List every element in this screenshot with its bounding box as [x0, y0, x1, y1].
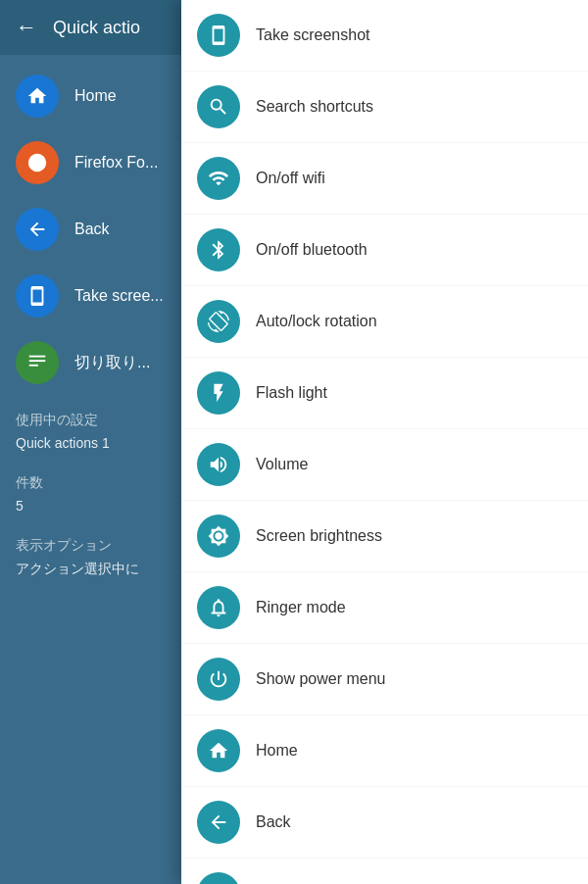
home-icon	[16, 74, 59, 118]
take-screenshot-icon	[197, 14, 240, 57]
svg-rect-1	[29, 356, 46, 358]
menu-item-flash-light[interactable]: Flash light	[181, 358, 588, 429]
menu-item-back[interactable]: Back	[181, 787, 588, 859]
menu-item-search-shortcuts[interactable]: Search shortcuts	[181, 72, 588, 143]
back-icon	[16, 208, 59, 251]
screen-brightness-icon	[197, 515, 240, 558]
svg-point-0	[28, 154, 46, 172]
back-menu-icon	[197, 801, 240, 844]
menu-item-ringer-mode[interactable]: Ringer mode	[181, 572, 588, 644]
menu-item-bluetooth[interactable]: On/off bluetooth	[181, 215, 588, 286]
svg-rect-2	[29, 360, 46, 362]
menu-label-take-screenshot: Take screenshot	[256, 26, 370, 44]
home-menu-icon	[197, 729, 240, 772]
volume-icon	[197, 443, 240, 486]
cut-icon	[16, 341, 59, 384]
flash-light-icon	[197, 371, 240, 415]
menu-item-take-screenshot[interactable]: Take screenshot	[181, 0, 588, 72]
menu-label-bluetooth: On/off bluetooth	[256, 241, 368, 259]
show-power-menu-icon	[197, 658, 240, 701]
menu-item-wifi[interactable]: On/off wifi	[181, 143, 588, 215]
menu-item-rotation[interactable]: Auto/lock rotation	[181, 286, 588, 358]
menu-item-home[interactable]: Home	[181, 715, 588, 787]
menu-label-screen-brightness: Screen brightness	[256, 527, 382, 545]
menu-label-home: Home	[256, 742, 298, 760]
menu-label-flash-light: Flash light	[256, 384, 327, 402]
menu-label-back: Back	[256, 813, 291, 831]
firefox-icon	[16, 141, 59, 184]
recent-button-icon	[197, 872, 240, 884]
menu-item-screen-brightness[interactable]: Screen brightness	[181, 501, 588, 572]
menu-label-search-shortcuts: Search shortcuts	[256, 98, 373, 116]
rotation-icon	[197, 300, 240, 343]
back-arrow-icon[interactable]: ←	[16, 15, 37, 40]
ringer-mode-icon	[197, 586, 240, 629]
menu-item-volume[interactable]: Volume	[181, 429, 588, 501]
dropdown-menu: Take screenshot Search shortcuts On/off …	[181, 0, 588, 884]
bluetooth-icon	[197, 228, 240, 271]
menu-label-wifi: On/off wifi	[256, 170, 325, 187]
menu-label-ringer-mode: Ringer mode	[256, 599, 346, 616]
search-shortcuts-icon	[197, 85, 240, 128]
svg-rect-3	[29, 365, 38, 367]
menu-label-rotation: Auto/lock rotation	[256, 313, 377, 330]
menu-item-recent-button[interactable]: Recent button	[181, 859, 588, 884]
menu-label-show-power-menu: Show power menu	[256, 670, 386, 688]
wifi-icon	[197, 157, 240, 200]
menu-item-show-power-menu[interactable]: Show power menu	[181, 644, 588, 715]
menu-label-volume: Volume	[256, 456, 308, 473]
screenshot-icon	[16, 274, 59, 318]
